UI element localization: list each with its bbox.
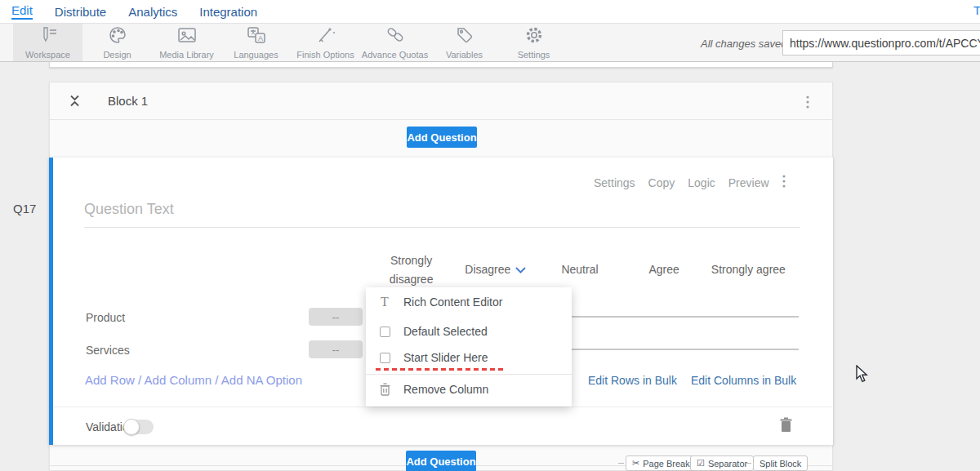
- row-label-product[interactable]: Product: [86, 311, 125, 324]
- svg-text:A: A: [258, 33, 263, 42]
- row-value-chip[interactable]: --: [309, 308, 363, 326]
- matrix-column-headers: Strongly disagree Disagree Neutral Agree…: [369, 248, 791, 292]
- validation-toggle[interactable]: [124, 420, 154, 434]
- toolbar-item-design[interactable]: Design: [82, 24, 152, 61]
- scissors-icon: ✂: [632, 458, 639, 469]
- question-actions: Settings Copy Logic Preview: [594, 175, 786, 191]
- checkbox-icon: [376, 353, 393, 363]
- button-label: Separator: [708, 459, 747, 469]
- block-kebab-menu-icon[interactable]: [806, 96, 809, 112]
- menu-item-rich-content-editor[interactable]: T Rich Content Editor: [366, 287, 572, 317]
- column-options-dropdown: T Rich Content Editor Default Selected S…: [366, 287, 572, 407]
- image-icon: [176, 26, 198, 47]
- trash-icon: [376, 383, 393, 396]
- column-label: Disagree: [465, 260, 510, 279]
- menu-item-remove-column[interactable]: Remove Column: [366, 375, 572, 404]
- question-id: Q17: [13, 202, 36, 216]
- toolbar-item-label: Workspace: [25, 50, 70, 60]
- menu-item-label: Start Slider Here: [403, 351, 488, 364]
- add-na-option-link[interactable]: Add NA Option: [221, 373, 302, 387]
- nav-edit[interactable]: Edit: [11, 3, 33, 20]
- toolbar-item-label: Design: [103, 50, 131, 60]
- checkbox-icon: [376, 327, 393, 337]
- connector-dash: [618, 463, 624, 464]
- palette-icon: [108, 26, 127, 47]
- translate-icon: A: [246, 26, 267, 47]
- toggle-knob: [123, 419, 140, 435]
- chevron-down-icon[interactable]: [515, 260, 526, 279]
- edit-columns-in-bulk-link[interactable]: Edit Columns in Bulk: [691, 374, 796, 387]
- mouse-cursor: [856, 365, 871, 386]
- toolbar-item-settings[interactable]: Settings: [499, 24, 568, 61]
- toolbar-item-workspace[interactable]: Workspace: [13, 24, 82, 61]
- connector-dash: [746, 463, 751, 464]
- chain-icon: [385, 26, 406, 47]
- column-disagree[interactable]: Disagree: [453, 248, 537, 292]
- column-strongly-disagree[interactable]: Strongly disagree: [369, 248, 453, 292]
- block-title: Block 1: [108, 94, 148, 108]
- toolbar-item-finish-options[interactable]: Finish Options: [291, 24, 360, 61]
- column-agree[interactable]: Agree: [622, 248, 706, 292]
- card-divider: [53, 407, 832, 407]
- menu-item-label: Default Selected: [403, 325, 488, 338]
- add-question-button-bottom[interactable]: Add Question: [406, 451, 476, 471]
- edit-rows-in-bulk-link[interactable]: Edit Rows in Bulk: [588, 374, 677, 387]
- separator-button[interactable]: ☑ Separator: [690, 455, 754, 471]
- toolbar-item-label: Media Library: [159, 50, 214, 60]
- top-navbar: Edit Distribute Analytics Integration T: [0, 0, 980, 24]
- delete-question-trash-icon[interactable]: [780, 417, 792, 436]
- toolbar-item-label: Languages: [234, 50, 278, 60]
- toolbar-item-label: Variables: [446, 50, 483, 60]
- nav-analytics[interactable]: Analytics: [128, 5, 177, 19]
- nav-distribute[interactable]: Distribute: [55, 5, 106, 19]
- text-format-icon: T: [376, 295, 393, 309]
- add-column-link[interactable]: Add Column: [145, 373, 212, 387]
- block-header: Block 1: [50, 82, 832, 120]
- question-preview-link[interactable]: Preview: [728, 176, 769, 189]
- gear-icon: [524, 26, 544, 47]
- red-annotation-underline: [376, 368, 505, 371]
- row-value-chip[interactable]: --: [309, 340, 363, 358]
- toolbar-item-media-library[interactable]: Media Library: [152, 24, 221, 61]
- toolbar-item-label: Settings: [518, 50, 550, 60]
- toolbar-item-variables[interactable]: Variables: [430, 24, 499, 61]
- checked-checkbox-icon: ☑: [697, 458, 705, 469]
- row-column-links: Add Row / Add Column / Add NA Option: [85, 373, 302, 387]
- toolbar-item-label: Advance Quotas: [362, 50, 428, 60]
- tag-icon: [455, 26, 474, 47]
- question-settings-link[interactable]: Settings: [594, 176, 635, 189]
- column-neutral[interactable]: Neutral: [537, 248, 621, 292]
- button-label: Split Block: [760, 459, 801, 469]
- question-text-input[interactable]: Question Text: [84, 201, 800, 228]
- question-copy-link[interactable]: Copy: [648, 176, 675, 189]
- menu-item-label: Remove Column: [403, 383, 488, 396]
- split-block-button[interactable]: Split Block: [753, 455, 808, 471]
- survey-url-input[interactable]: [782, 30, 980, 56]
- workspace-icon: [38, 26, 58, 47]
- collapse-block-icon[interactable]: [69, 95, 80, 107]
- toolbar-item-advance-quotas[interactable]: Advance Quotas: [360, 24, 430, 61]
- nav-integration[interactable]: Integration: [199, 5, 257, 19]
- wand-icon: [316, 26, 336, 47]
- row-label-services[interactable]: Services: [86, 344, 130, 357]
- connector-dash: [683, 463, 688, 464]
- question-kebab-menu-icon[interactable]: [782, 175, 786, 191]
- menu-item-label: Rich Content Editor: [403, 295, 502, 309]
- add-row-link[interactable]: Add Row: [85, 373, 135, 387]
- nav-edge-partial[interactable]: T: [973, 3, 980, 17]
- menu-item-default-selected[interactable]: Default Selected: [366, 317, 572, 346]
- toolbar-item-label: Finish Options: [296, 50, 354, 60]
- toolbar-item-languages[interactable]: A Languages: [221, 24, 291, 61]
- previous-block-edge: [49, 62, 833, 68]
- add-question-button-top[interactable]: Add Question: [407, 127, 477, 148]
- question-logic-link[interactable]: Logic: [688, 176, 715, 189]
- column-strongly-agree[interactable]: Strongly agree: [706, 248, 791, 292]
- save-status: All changes saved: [701, 38, 787, 50]
